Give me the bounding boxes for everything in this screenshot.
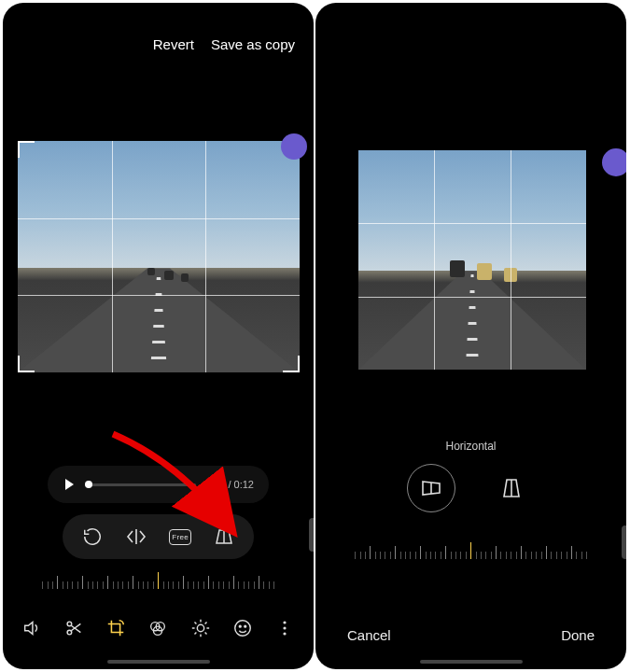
editor-screen-perspective: Horizontal Cancel Done (315, 3, 626, 669)
svg-point-11 (283, 621, 286, 623)
svg-point-13 (283, 632, 286, 635)
rotate-icon[interactable] (74, 518, 111, 555)
perspective-horizontal-button[interactable] (407, 464, 455, 512)
seek-track[interactable] (85, 483, 196, 486)
rotation-ruler[interactable] (40, 565, 276, 589)
svg-point-9 (239, 625, 241, 627)
video-preview[interactable] (18, 141, 300, 372)
top-actions: Revert Save as copy (3, 3, 314, 52)
volume-icon[interactable] (16, 612, 48, 644)
flip-horizontal-icon[interactable] (118, 518, 155, 555)
video-preview[interactable] (358, 150, 586, 370)
svg-point-10 (245, 625, 246, 627)
svg-point-2 (67, 630, 72, 635)
bottom-toolbar (3, 609, 314, 647)
cancel-button[interactable]: Cancel (347, 627, 391, 643)
svg-point-3 (67, 622, 72, 626)
object-eraser-badge[interactable] (281, 133, 307, 160)
brightness-icon[interactable] (185, 612, 217, 644)
scissors-icon[interactable] (58, 612, 90, 644)
svg-point-8 (235, 621, 251, 637)
svg-point-7 (197, 624, 203, 631)
revert-button[interactable]: Revert (153, 36, 194, 52)
playback-bar: 0:00 / 0:12 (48, 466, 269, 503)
save-as-copy-button[interactable]: Save as copy (211, 36, 295, 52)
filters-icon[interactable] (142, 612, 174, 644)
more-icon[interactable] (269, 612, 301, 644)
perspective-vertical-button[interactable] (487, 464, 536, 512)
nav-handle (107, 660, 210, 664)
crop-rotate-icon[interactable] (100, 612, 132, 644)
perspective-buttons (315, 464, 626, 512)
edge-panel-handle[interactable] (309, 518, 314, 552)
edge-panel-handle[interactable] (622, 525, 626, 559)
perspective-mode-label: Horizontal (315, 440, 626, 453)
editor-screen-crop: Revert Save as copy (3, 3, 314, 669)
crop-tool-row: Free (63, 514, 254, 559)
edit-fab[interactable] (602, 148, 626, 176)
svg-point-12 (283, 626, 286, 629)
time-display: 0:00 / 0:12 (205, 479, 254, 490)
perspective-icon[interactable] (205, 518, 243, 555)
done-button[interactable]: Done (561, 627, 595, 643)
perspective-ruler[interactable] (353, 535, 589, 559)
emoji-icon[interactable] (227, 612, 259, 644)
nav-handle (420, 660, 523, 664)
play-button[interactable] (63, 478, 76, 491)
perspective-footer: Cancel Done (315, 627, 626, 643)
aspect-ratio-button[interactable]: Free (161, 518, 199, 555)
